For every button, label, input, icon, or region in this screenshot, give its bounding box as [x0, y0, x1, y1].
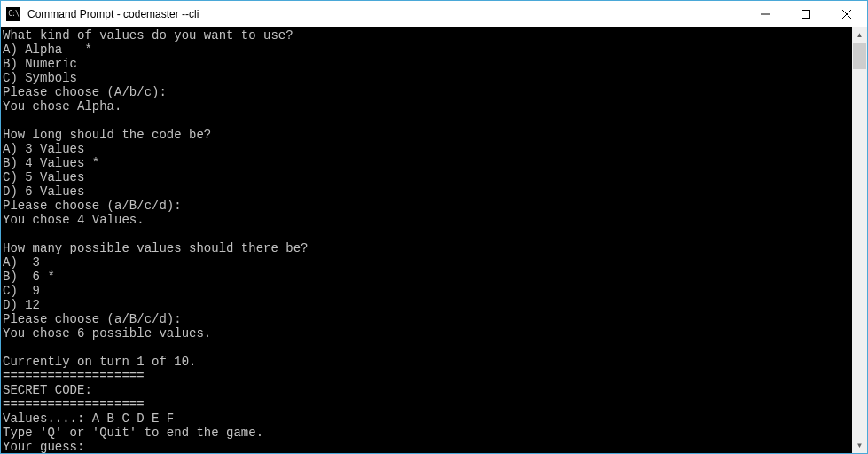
console-line: Please choose (a/B/c/d):: [3, 199, 850, 213]
maximize-button[interactable]: [786, 1, 826, 27]
window-title: Command Prompt - codemaster --cli: [26, 8, 745, 20]
console-line: D) 12: [3, 298, 850, 312]
console-line: [3, 227, 850, 241]
console-line: C) Symbols: [3, 71, 850, 85]
console-line: ===================: [3, 369, 850, 383]
scrollbar-thumb[interactable]: [853, 43, 866, 69]
console-line: Type 'Q' or 'Quit' to end the game.: [3, 426, 850, 440]
window-titlebar: C:\ Command Prompt - codemaster --cli: [1, 1, 867, 27]
console-line: You chose 6 possible values.: [3, 326, 850, 340]
console-line: Please choose (A/b/c):: [3, 85, 850, 99]
console-line: You chose Alpha.: [3, 99, 850, 114]
minimize-button[interactable]: [745, 1, 786, 27]
console-line: C) 5 Values: [3, 170, 850, 184]
console-line: How many possible values should there be…: [3, 241, 850, 255]
console-line: Please choose (a/B/c/d):: [3, 312, 850, 326]
close-icon: [842, 10, 851, 19]
scroll-down-button[interactable]: ▼: [852, 438, 867, 453]
console-line: ===================: [3, 397, 850, 411]
close-button[interactable]: [826, 1, 867, 27]
console-line: B) 6 *: [3, 270, 850, 284]
console-line: SECRET CODE: _ _ _ _: [3, 383, 850, 397]
console-line: A) 3 Values: [3, 142, 850, 156]
console-line: What kind of values do you want to use?: [3, 28, 850, 43]
console-line: Currently on turn 1 of 10.: [3, 355, 850, 369]
console-line: B) Numeric: [3, 57, 850, 71]
console-line: A) 3: [3, 255, 850, 270]
console-line: You chose 4 Values.: [3, 213, 850, 227]
console-line: [3, 114, 850, 128]
vertical-scrollbar[interactable]: ▲ ▼: [852, 27, 867, 453]
console-line: A) Alpha *: [3, 43, 850, 57]
console-line: How long should the code be?: [3, 128, 850, 142]
console-line: Your guess:: [3, 440, 850, 453]
maximize-icon: [802, 10, 810, 19]
console-line: [3, 340, 850, 355]
console-output[interactable]: What kind of values do you want to use?A…: [1, 27, 852, 453]
svg-rect-1: [802, 10, 810, 18]
console-line: C) 9: [3, 284, 850, 298]
console-line: D) 6 Values: [3, 184, 850, 199]
cmd-icon: C:\: [6, 7, 20, 21]
scroll-up-button[interactable]: ▲: [852, 27, 867, 43]
console-line: Values....: A B C D E F: [3, 411, 850, 426]
window-controls: [745, 1, 867, 27]
console-line: B) 4 Values *: [3, 156, 850, 170]
minimize-icon: [761, 10, 770, 19]
console-area: What kind of values do you want to use?A…: [1, 27, 867, 453]
